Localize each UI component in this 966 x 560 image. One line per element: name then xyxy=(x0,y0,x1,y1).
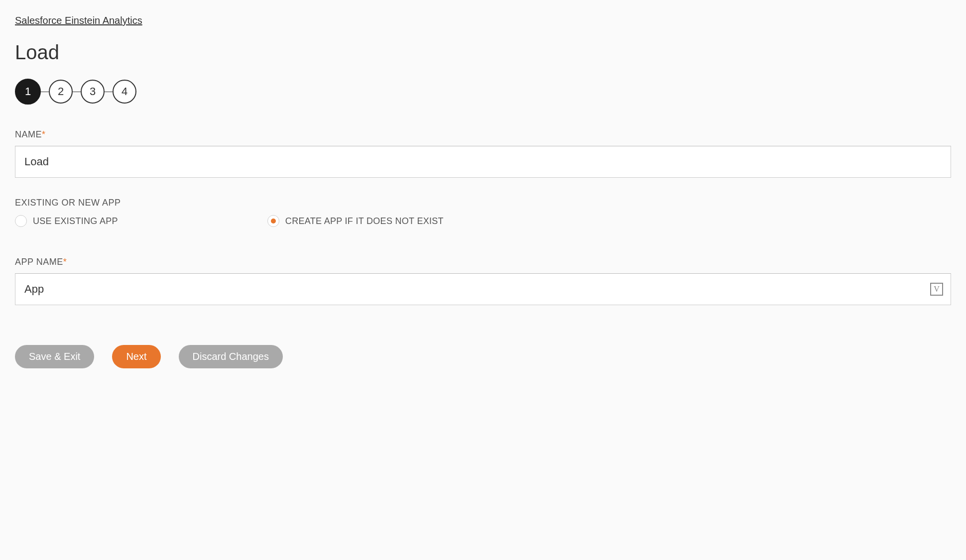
page-title: Load xyxy=(15,41,951,64)
step-1[interactable]: 1 xyxy=(15,79,41,105)
step-connector xyxy=(105,92,113,92)
radio-create-if-not-exist-label: CREATE APP IF IT DOES NOT EXIST xyxy=(285,216,444,226)
name-label: NAME* xyxy=(15,129,951,140)
required-mark: * xyxy=(42,129,46,139)
field-name-group: NAME* xyxy=(15,129,951,178)
next-button[interactable]: Next xyxy=(112,345,160,368)
app-name-input[interactable] xyxy=(15,273,951,305)
app-name-input-wrapper: V xyxy=(15,273,951,305)
step-connector xyxy=(73,92,81,92)
variable-icon[interactable]: V xyxy=(930,283,943,296)
app-name-label-text: APP NAME xyxy=(15,257,63,267)
button-row: Save & Exit Next Discard Changes xyxy=(15,345,951,368)
step-connector xyxy=(41,92,49,92)
step-4[interactable]: 4 xyxy=(113,80,136,104)
field-existing-or-new-group: EXISTING OR NEW APP USE EXISTING APP CRE… xyxy=(15,198,951,227)
radio-circle-icon xyxy=(15,215,27,227)
stepper: 1 2 3 4 xyxy=(15,79,951,105)
field-app-name-group: APP NAME* V xyxy=(15,257,951,305)
name-input[interactable] xyxy=(15,146,951,178)
radio-use-existing-label: USE EXISTING APP xyxy=(33,216,118,226)
required-mark: * xyxy=(63,257,67,267)
app-name-label: APP NAME* xyxy=(15,257,951,267)
radio-row: USE EXISTING APP CREATE APP IF IT DOES N… xyxy=(15,215,951,227)
step-2[interactable]: 2 xyxy=(49,80,73,104)
discard-changes-button[interactable]: Discard Changes xyxy=(179,345,283,368)
step-3[interactable]: 3 xyxy=(81,80,105,104)
save-exit-button[interactable]: Save & Exit xyxy=(15,345,94,368)
existing-or-new-label: EXISTING OR NEW APP xyxy=(15,198,951,208)
radio-use-existing[interactable]: USE EXISTING APP xyxy=(15,215,118,227)
radio-create-if-not-exist[interactable]: CREATE APP IF IT DOES NOT EXIST xyxy=(267,215,444,227)
breadcrumb-link[interactable]: Salesforce Einstein Analytics xyxy=(15,15,142,26)
radio-circle-icon xyxy=(267,215,279,227)
name-label-text: NAME xyxy=(15,129,42,139)
